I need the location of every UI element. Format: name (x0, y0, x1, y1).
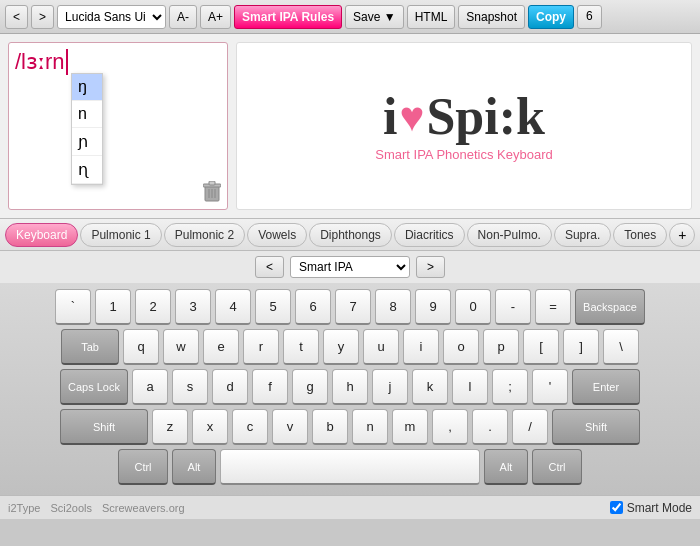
save-button[interactable]: Save ▼ (345, 5, 404, 29)
key--[interactable]: , (432, 409, 468, 445)
key-shift[interactable]: Shift (60, 409, 148, 445)
key-ctrl[interactable]: Ctrl (118, 449, 168, 485)
key-l[interactable]: l (452, 369, 488, 405)
char-option-palatalized-n[interactable]: ɲ (72, 128, 102, 156)
char-option-retroflex-n[interactable]: ɳ (72, 156, 102, 184)
key--[interactable]: [ (523, 329, 559, 365)
key--[interactable]: ] (563, 329, 599, 365)
key-n[interactable]: n (352, 409, 388, 445)
key-ctrl[interactable]: Ctrl (532, 449, 582, 485)
key-c[interactable]: c (232, 409, 268, 445)
logo-area: i ♥ Spi:k Smart IPA Phonetics Keyboard (236, 42, 692, 210)
key-5[interactable]: 5 (255, 289, 291, 325)
key-0[interactable]: 0 (455, 289, 491, 325)
key--[interactable]: . (472, 409, 508, 445)
ipa-content: /lɜːrn (15, 49, 65, 75)
key--[interactable]: ; (492, 369, 528, 405)
key-h[interactable]: h (332, 369, 368, 405)
key--[interactable]: \ (603, 329, 639, 365)
key--[interactable]: = (535, 289, 571, 325)
key-j[interactable]: j (372, 369, 408, 405)
key-row-4: CtrlAltAltCtrl (8, 449, 692, 485)
tab-diphthongs[interactable]: Diphthongs (309, 223, 392, 247)
key-tab[interactable]: Tab (61, 329, 119, 365)
text-input-area[interactable]: /lɜːrn ŋ n ɲ ɳ (8, 42, 228, 210)
key--[interactable]: - (495, 289, 531, 325)
key-w[interactable]: w (163, 329, 199, 365)
keyboard: `1234567890-=BackspaceTabqwertyuiop[]\Ca… (0, 283, 700, 495)
back-button[interactable]: < (5, 5, 28, 29)
key--[interactable]: ' (532, 369, 568, 405)
key-t[interactable]: t (283, 329, 319, 365)
key-p[interactable]: p (483, 329, 519, 365)
footer-link[interactable]: i2Type (8, 502, 40, 514)
key-v[interactable]: v (272, 409, 308, 445)
key-u[interactable]: u (363, 329, 399, 365)
key-r[interactable]: r (243, 329, 279, 365)
key-3[interactable]: 3 (175, 289, 211, 325)
tab-add-button[interactable]: + (669, 223, 695, 247)
key-enter[interactable]: Enter (572, 369, 640, 405)
smart-ipa-button[interactable]: Smart IPA Rules (234, 5, 342, 29)
tab-non-pulmo-[interactable]: Non-Pulmo. (467, 223, 552, 247)
kbd-next-button[interactable]: > (416, 256, 445, 278)
key-e[interactable]: e (203, 329, 239, 365)
char-option-ng[interactable]: ŋ (72, 74, 102, 101)
key-k[interactable]: k (412, 369, 448, 405)
kbd-layout-select[interactable]: Smart IPA (290, 256, 410, 278)
kbd-prev-button[interactable]: < (255, 256, 284, 278)
key-alt[interactable]: Alt (172, 449, 216, 485)
html-button[interactable]: HTML (407, 5, 456, 29)
key-alt[interactable]: Alt (484, 449, 528, 485)
key-d[interactable]: d (212, 369, 248, 405)
key-backspace[interactable]: Backspace (575, 289, 645, 325)
trash-icon[interactable] (203, 181, 221, 203)
snapshot-button[interactable]: Snapshot (458, 5, 525, 29)
key--[interactable]: ` (55, 289, 91, 325)
key-6[interactable]: 6 (295, 289, 331, 325)
copy-button[interactable]: Copy (528, 5, 574, 29)
key--[interactable]: / (512, 409, 548, 445)
char-option-n[interactable]: n (72, 101, 102, 128)
smart-mode: Smart Mode (610, 501, 692, 515)
smart-mode-checkbox[interactable] (610, 501, 623, 514)
key-s[interactable]: s (172, 369, 208, 405)
font-decrease-button[interactable]: A- (169, 5, 197, 29)
key-q[interactable]: q (123, 329, 159, 365)
tab-pulmonic-2[interactable]: Pulmonic 2 (164, 223, 245, 247)
char-dropdown: ŋ n ɲ ɳ (71, 73, 103, 185)
key-7[interactable]: 7 (335, 289, 371, 325)
key-2[interactable]: 2 (135, 289, 171, 325)
key-y[interactable]: y (323, 329, 359, 365)
key-m[interactable]: m (392, 409, 428, 445)
key-shift[interactable]: Shift (552, 409, 640, 445)
logo-text: i ♥ Spi:k (383, 91, 545, 143)
key-9[interactable]: 9 (415, 289, 451, 325)
key-b[interactable]: b (312, 409, 348, 445)
key-f[interactable]: f (252, 369, 288, 405)
font-select[interactable]: Lucida Sans Ui (57, 5, 166, 29)
logo-i: i (383, 91, 397, 143)
tab-supra-[interactable]: Supra. (554, 223, 611, 247)
key-space[interactable] (220, 449, 480, 485)
key-z[interactable]: z (152, 409, 188, 445)
tab-tones[interactable]: Tones (613, 223, 667, 247)
key-4[interactable]: 4 (215, 289, 251, 325)
key-a[interactable]: a (132, 369, 168, 405)
key-caps-lock[interactable]: Caps Lock (60, 369, 128, 405)
key-x[interactable]: x (192, 409, 228, 445)
key-1[interactable]: 1 (95, 289, 131, 325)
key-8[interactable]: 8 (375, 289, 411, 325)
footer-link[interactable]: Sci2ools (50, 502, 92, 514)
tab-pulmonic-1[interactable]: Pulmonic 1 (80, 223, 161, 247)
tab-vowels[interactable]: Vowels (247, 223, 307, 247)
smart-mode-label[interactable]: Smart Mode (627, 501, 692, 515)
key-g[interactable]: g (292, 369, 328, 405)
footer-link[interactable]: Screweavers.org (102, 502, 185, 514)
tab-diacritics[interactable]: Diacritics (394, 223, 465, 247)
font-increase-button[interactable]: A+ (200, 5, 231, 29)
tab-keyboard[interactable]: Keyboard (5, 223, 78, 247)
key-i[interactable]: i (403, 329, 439, 365)
key-o[interactable]: o (443, 329, 479, 365)
forward-button[interactable]: > (31, 5, 54, 29)
